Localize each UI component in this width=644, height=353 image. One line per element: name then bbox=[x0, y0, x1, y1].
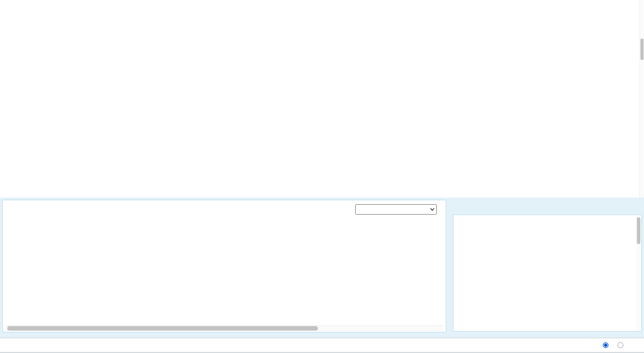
keybinding-standard-option[interactable] bbox=[603, 342, 610, 348]
calltree-hscrollbar-thumb[interactable] bbox=[7, 326, 318, 331]
files-actions bbox=[453, 200, 642, 214]
radio-vim-icon[interactable] bbox=[618, 342, 623, 348]
radio-standard-icon[interactable] bbox=[603, 342, 609, 348]
editor-scrollbar bbox=[640, 0, 644, 198]
run-module-row bbox=[351, 204, 437, 215]
leporello-app bbox=[0, 0, 644, 353]
files-scrollbar bbox=[636, 216, 640, 330]
files-scrollbar-thumb[interactable] bbox=[637, 217, 640, 244]
code-editor[interactable] bbox=[0, 0, 644, 198]
calltree-panel bbox=[2, 200, 446, 332]
code-lines bbox=[0, 0, 644, 2]
file-tree-panel bbox=[453, 215, 642, 331]
run-module-select[interactable] bbox=[355, 204, 437, 215]
calltree-hscrollbar bbox=[5, 325, 443, 331]
status-bar bbox=[0, 338, 644, 353]
bottom-region bbox=[0, 198, 644, 353]
editor-scrollbar-thumb[interactable] bbox=[640, 39, 644, 60]
calltree-items bbox=[3, 200, 445, 325]
keybinding-vim-option[interactable] bbox=[618, 342, 625, 348]
statusbar-right bbox=[603, 342, 640, 348]
file-tree bbox=[453, 215, 641, 217]
